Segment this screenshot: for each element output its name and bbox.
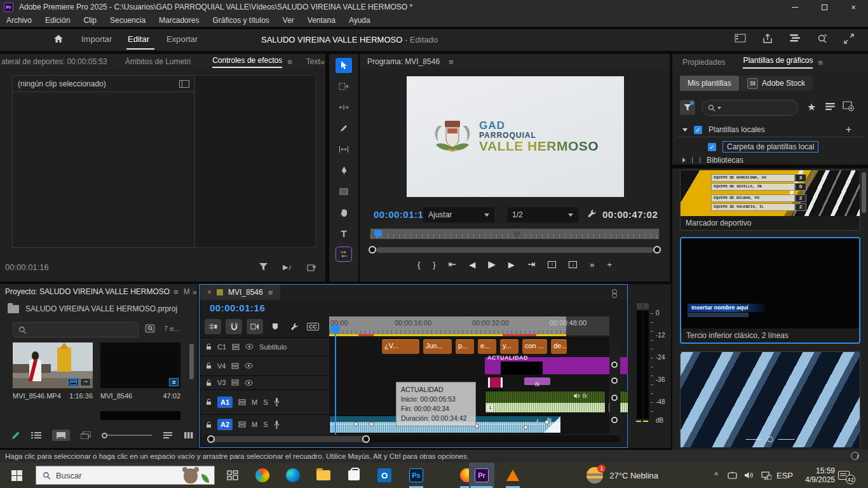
lock-icon[interactable]	[206, 421, 212, 428]
timeline-scroll-thumb[interactable]	[209, 436, 367, 442]
track-meta-icon[interactable]	[238, 399, 246, 405]
lock-icon[interactable]	[206, 398, 212, 405]
eye-icon[interactable]	[245, 344, 254, 349]
fullscreen-icon[interactable]	[844, 34, 854, 44]
thumbnail-view-icon[interactable]	[52, 430, 70, 441]
track-knob[interactable]	[611, 377, 618, 384]
carpeta-local-checkbox[interactable]: ✓	[708, 143, 716, 151]
settings-wrench-icon[interactable]	[587, 208, 597, 219]
zoom-handle-left[interactable]	[207, 435, 215, 443]
track-meta-icon[interactable]	[231, 379, 239, 386]
project-item-clip[interactable]: ⇝ MVI_8546.MP4 1:16:36	[13, 342, 93, 400]
up-folder-icon[interactable]	[8, 305, 19, 313]
template-card-partial[interactable]	[680, 351, 860, 448]
new-item-icon[interactable]	[843, 101, 854, 111]
caption-clip[interactable]: de...	[551, 339, 567, 354]
mic-icon[interactable]	[274, 421, 280, 429]
clip-thumbnail[interactable]: ⇝	[13, 342, 93, 388]
tree-row-plantillas-locales[interactable]: ✓ Plantillas locales +	[682, 125, 860, 134]
scrollbar-right-knob[interactable]	[653, 246, 661, 254]
eye-icon[interactable]	[245, 363, 253, 369]
search-bin-icon[interactable]	[145, 323, 156, 334]
tab-text-partial[interactable]: Text	[306, 57, 320, 66]
step-forward-button[interactable]: ▶	[508, 260, 515, 269]
program-tab[interactable]: Programa: MVI_8546	[367, 57, 440, 66]
type-tool[interactable]: T	[336, 226, 352, 241]
network-tray-icon[interactable]	[761, 463, 771, 488]
freeform-view-icon[interactable]	[81, 431, 91, 439]
snap-magnet-icon[interactable]	[226, 319, 242, 334]
copilot-button[interactable]	[250, 463, 275, 488]
mark-in-button[interactable]: {	[417, 260, 420, 269]
automate-sequence-icon[interactable]	[184, 431, 194, 439]
share-export-icon[interactable]	[763, 34, 773, 44]
caption-clip[interactable]: p...	[456, 339, 474, 354]
track-knob[interactable]	[611, 362, 618, 368]
slip-tool[interactable]	[336, 142, 352, 157]
weather-widget[interactable]: 1 27°C Neblina	[587, 463, 658, 488]
taskbar-search-box[interactable]: Buscar	[36, 466, 215, 485]
menu-ayuda[interactable]: Ayuda	[349, 16, 370, 25]
extract-button[interactable]: ↓	[569, 261, 577, 268]
carpeta-local-label[interactable]: Carpeta de plantillas local	[722, 141, 818, 152]
chevron-right-icon[interactable]	[682, 158, 686, 163]
panel-toggle-icon[interactable]	[735, 34, 746, 44]
info-icon[interactable]: i	[851, 452, 859, 460]
add-folder-icon[interactable]: +	[846, 124, 851, 135]
vlc-button[interactable]	[501, 463, 525, 488]
add-button-icon[interactable]: +	[607, 260, 613, 269]
scrollbar-left-knob[interactable]	[369, 246, 376, 254]
project-panel-menu-icon[interactable]: ≡	[173, 287, 179, 297]
hand-tool[interactable]	[336, 205, 352, 220]
caption-clip[interactable]: con ...	[522, 339, 547, 354]
captions-visibility-icon[interactable]: CC	[307, 323, 319, 330]
timeline-ruler[interactable]: 00:00 00:00:16:00 00:00:32:00 00:00:48:0…	[329, 316, 609, 336]
ms-store-button[interactable]	[342, 463, 366, 488]
scrollbar-track[interactable]	[376, 247, 653, 253]
program-current-timecode[interactable]: 00:00:01:16	[374, 209, 429, 220]
caption-clip[interactable]: ¿V...	[382, 339, 419, 354]
export-frame-icon[interactable]	[307, 263, 316, 271]
track-c1-lane[interactable]: ¿V... Jun... p... e... y... con ... de..…	[329, 338, 609, 355]
list-view-icon[interactable]	[31, 431, 41, 439]
zoom-handle-right[interactable]	[362, 435, 370, 443]
quick-search-icon[interactable]	[817, 34, 827, 44]
tab-controles-efectos[interactable]: Controles de efectos	[212, 56, 282, 68]
subtab-mis-plantillas[interactable]: Mis plantillas	[680, 76, 739, 91]
go-to-in-button[interactable]: ⇤	[449, 259, 457, 270]
project-scrollbar[interactable]	[189, 344, 194, 379]
track-v4-lane[interactable]: ACTUALIDAD fx	[329, 356, 609, 375]
lock-icon[interactable]	[206, 343, 212, 350]
ripple-edit-tool[interactable]	[336, 100, 352, 115]
mark-out-button[interactable]: }	[433, 260, 435, 269]
tab-propiedades[interactable]: Propiedades	[682, 58, 725, 67]
zoom-slider[interactable]	[102, 433, 152, 438]
sequence-name[interactable]: MVI_8546	[100, 392, 132, 400]
mute-button[interactable]: M	[252, 421, 257, 428]
volume-tray-icon[interactable]	[745, 463, 754, 488]
play-audio-icon[interactable]: ▶♪	[283, 263, 292, 271]
razor-tool[interactable]	[336, 121, 352, 136]
outlook-button[interactable]: O	[372, 463, 397, 488]
tree-row-carpeta-local[interactable]: ✓ Carpeta de plantillas local	[708, 141, 818, 152]
small-clip-selected[interactable]	[488, 377, 503, 388]
notification-center-button[interactable]: 42	[838, 463, 859, 488]
subtab-adobe-stock[interactable]: St Adobe Stock	[740, 76, 813, 91]
track-id-label[interactable]: C1	[217, 343, 226, 351]
lock-icon[interactable]	[206, 379, 212, 386]
track-knob[interactable]	[611, 395, 618, 401]
tab-overflow-icon[interactable]: »	[193, 287, 197, 297]
menu-secuencia[interactable]: Secuencia	[110, 16, 146, 25]
writable-pencil-icon[interactable]	[11, 431, 20, 440]
lift-button[interactable]: ↑	[548, 261, 556, 268]
bibliotecas-checkbox[interactable]	[692, 157, 700, 163]
timeline-panel-menu-icon[interactable]: ≡	[268, 288, 273, 297]
template-card-marcador-deportivo[interactable]: EQUIPO DE BARCELONA, AU3 EQUIPO DE SEVIL…	[680, 170, 860, 231]
panel-menu-icon[interactable]: ≡	[287, 57, 292, 67]
eye-icon[interactable]	[245, 380, 253, 386]
solo-button[interactable]: S	[263, 421, 268, 428]
nest-sequence-icon[interactable]	[205, 319, 221, 334]
premiere-taskbar-button[interactable]: Pr	[469, 463, 494, 488]
template-card-tercio-inferior[interactable]: Insertar nombre aquí Tercio inferior clá…	[680, 237, 860, 344]
partial-thumbnail[interactable]	[100, 411, 180, 420]
